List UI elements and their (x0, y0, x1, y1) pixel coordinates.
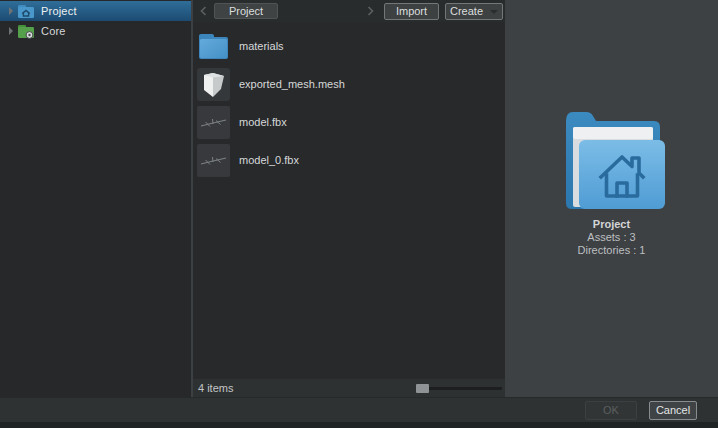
file-browser-panel: Project Import Create (193, 0, 505, 397)
preview-panel: Project Assets : 3 Directories : 1 (505, 0, 718, 397)
current-folder-button[interactable]: Project (214, 3, 278, 19)
preview-folder-title: Project (593, 218, 630, 230)
preview-directories-count: Directories : 1 (578, 244, 646, 256)
browser-toolbar: Project Import Create (193, 0, 505, 22)
file-item-exported-mesh[interactable]: exported_mesh.mesh (197, 65, 505, 103)
home-folder-large-icon (556, 107, 668, 212)
chevron-right-icon[interactable] (364, 4, 376, 18)
blue-folder-icon (197, 30, 230, 63)
home-folder-icon (17, 4, 35, 19)
file-item-materials[interactable]: materials (197, 27, 505, 65)
model-thumbnail (197, 144, 230, 177)
items-count: 4 items (198, 382, 233, 394)
list-status-bar: 4 items (193, 379, 505, 397)
file-name: exported_mesh.mesh (239, 78, 345, 90)
import-button[interactable]: Import (384, 3, 439, 20)
caret-right-icon[interactable] (4, 7, 17, 15)
preview-assets-count: Assets : 3 (587, 231, 635, 243)
asset-browser-window: Project Core Project (0, 0, 718, 428)
file-item-model[interactable]: model.fbx (197, 103, 505, 141)
ok-button[interactable]: OK (585, 401, 637, 420)
tree-item-project[interactable]: Project (0, 1, 191, 21)
slider-handle[interactable] (416, 384, 429, 393)
file-name: model.fbx (239, 116, 287, 128)
chevron-left-icon[interactable] (197, 4, 209, 18)
create-button[interactable]: Create (445, 3, 503, 20)
cancel-button[interactable]: Cancel (649, 401, 697, 420)
file-item-model-0[interactable]: model_0.fbx (197, 141, 505, 179)
folder-tree-panel: Project Core (0, 0, 193, 397)
green-folder-badge-icon (17, 24, 35, 39)
file-name: model_0.fbx (239, 154, 299, 166)
tree-item-label: Core (41, 25, 66, 37)
thumbnail-size-slider[interactable] (416, 382, 502, 394)
window-bottom-edge (0, 422, 718, 428)
tree-item-label: Project (41, 5, 77, 17)
dialog-footer: OK Cancel (0, 397, 718, 422)
chevron-down-icon (490, 10, 498, 14)
create-button-label: Create (450, 5, 483, 17)
model-thumbnail (197, 106, 230, 139)
tree-item-core[interactable]: Core (0, 21, 191, 41)
file-name: materials (239, 40, 284, 52)
caret-right-icon[interactable] (4, 27, 17, 35)
file-list: materials exported_mesh.mesh (193, 22, 505, 379)
main-area: Project Core Project (0, 0, 718, 397)
mesh-shield-icon (197, 68, 230, 101)
